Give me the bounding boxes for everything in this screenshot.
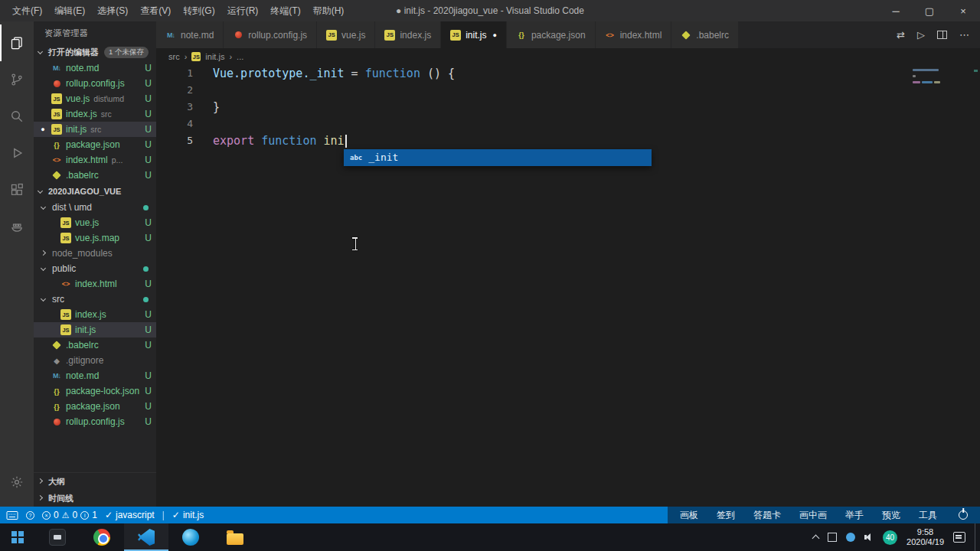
check-icon: ✓ [105,510,113,520]
tray-badge-40[interactable]: 40 [883,530,897,545]
tray-icon[interactable] [846,533,855,542]
tab-package-json[interactable]: package.json [507,21,596,48]
hidden-icons-chevron[interactable] [812,535,820,543]
toolbar-tools[interactable]: 工具 [919,509,937,522]
settings-gear-icon[interactable] [0,464,34,500]
code-line-current[interactable]: 5 export function ini [156,132,980,149]
open-editor-index-js[interactable]: index.js src U [34,106,156,122]
code-line[interactable]: 2 [156,82,980,99]
tree-file-package-json[interactable]: package.json U [34,399,156,414]
open-editor-rollup-config[interactable]: rollup.config.js U [34,76,156,91]
tree-file-index-js[interactable]: index.js U [34,307,156,322]
open-editor-index-html[interactable]: index.html p... U [34,152,156,168]
tree-folder-public[interactable]: public [34,261,156,276]
workspace-root-header[interactable]: 2020JIAGOU_VUE [34,183,156,200]
breadcrumb-init-js[interactable]: init.js [205,52,224,61]
open-editor-babelrc[interactable]: .babelrc U [34,168,156,183]
run-code-icon[interactable]: ▷ [917,29,925,41]
code-line[interactable]: 3 } [156,99,980,116]
breadcrumb-src[interactable]: src [168,52,180,61]
power-icon[interactable] [959,510,968,520]
help-icon[interactable]: ? [26,507,34,523]
taskbar-app-dark[interactable] [35,523,80,551]
tab-note-md[interactable]: note.md [156,21,224,48]
menu-file[interactable]: 文件(F) [6,0,48,21]
code-line[interactable]: 4 [156,116,980,132]
tree-folder-src[interactable]: src [34,292,156,307]
split-editor-icon[interactable] [937,31,947,39]
outline-section-header[interactable]: 大纲 [34,473,156,490]
menu-help[interactable]: 帮助(H) [307,0,351,21]
menu-selection[interactable]: 选择(S) [91,0,134,21]
source-control-icon[interactable] [0,61,34,98]
run-debug-icon[interactable] [0,135,34,171]
active-file-indicator[interactable]: ✓ init.js [172,507,204,523]
timeline-section-header[interactable]: 时间线 [34,490,156,507]
minimap[interactable] [913,67,966,98]
tree-file-init-js[interactable]: init.js U [34,322,156,337]
toolbar-whiteboard[interactable]: 画板 [680,509,698,522]
taskbar-edge[interactable] [168,523,213,551]
action-center-icon[interactable] [953,532,965,543]
tree-file-rollup-config[interactable]: rollup.config.js U [34,414,156,429]
extensions-icon[interactable] [0,171,34,208]
menu-run[interactable]: 运行(R) [221,0,265,21]
toolbar-answer-card[interactable]: 答题卡 [753,509,781,522]
menu-edit[interactable]: 编辑(E) [48,0,91,21]
explorer-icon[interactable] [0,24,34,61]
open-editor-vue-js[interactable]: vue.js dist\umd U [34,91,156,106]
tab-babelrc[interactable]: .babelrc [671,21,739,48]
tree-file-index-html[interactable]: index.html U [34,276,156,292]
menu-go[interactable]: 转到(G) [177,0,220,21]
tree-folder-dist-umd[interactable]: dist \ umd [34,200,156,215]
tree-file-vue-js[interactable]: vue.js U [34,215,156,230]
tab-vue-js[interactable]: vue.js [317,21,375,48]
minimize-button[interactable]: ─ [879,0,913,21]
suggest-item-init[interactable]: abc _init [344,149,652,166]
open-editors-header[interactable]: 打开的编辑器 1 个未保存 [34,44,156,60]
word-suggestion-icon: abc [350,149,362,166]
overlay-toolbar: 画板 签到 答题卡 画中画 举手 预览 工具 [668,507,980,523]
tree-folder-node-modules[interactable]: node_modules [34,246,156,261]
open-editor-init-js[interactable]: ● init.js src U [34,122,156,137]
docker-icon[interactable] [0,208,34,245]
close-button[interactable]: × [946,0,980,21]
tree-file-note-md[interactable]: note.md U [34,368,156,383]
keyboard-icon[interactable] [6,507,18,523]
menu-terminal[interactable]: 终端(T) [264,0,306,21]
tab-init-js[interactable]: init.js ● [441,21,507,48]
tree-file-gitignore[interactable]: .gitignore [34,353,156,368]
problems-indicator[interactable]: × 0 ⚠ 0 i 1 [42,507,97,523]
compare-changes-icon[interactable]: ⇄ [897,29,905,41]
toolbar-pip[interactable]: 画中画 [799,509,827,522]
maximize-button[interactable]: ▢ [913,0,946,21]
code-line[interactable]: 1 Vue.prototype._init = function () { [156,65,980,82]
volume-icon[interactable] [864,533,874,542]
taskbar-clock[interactable]: 9:58 2020/4/19 [906,527,944,547]
taskbar-file-explorer[interactable] [213,523,257,551]
breadcrumb-symbol[interactable]: ... [237,52,243,61]
dirty-dot: ● [38,126,47,133]
tree-file-package-lock[interactable]: package-lock.json U [34,383,156,399]
toolbar-signin[interactable]: 签到 [717,509,735,522]
toolbar-raise-hand[interactable]: 举手 [845,509,864,522]
dirty-dot[interactable]: ● [492,31,496,39]
search-icon[interactable] [0,98,34,135]
open-editor-package-json[interactable]: package.json U [34,137,156,152]
more-actions-icon[interactable]: ⋯ [959,29,969,41]
menu-view[interactable]: 查看(V) [134,0,177,21]
code-editor[interactable]: 1 Vue.prototype._init = function () { 2 … [156,65,980,507]
tab-index-html[interactable]: index.html [596,21,672,48]
tree-file-babelrc[interactable]: .babelrc U [34,337,156,353]
tab-index-js[interactable]: index.js [375,21,441,48]
show-desktop-button[interactable] [975,523,978,551]
open-editor-note-md[interactable]: note.md U [34,60,156,76]
tab-rollup-config[interactable]: rollup.config.js [224,21,317,48]
start-button[interactable] [0,523,35,551]
tray-icon[interactable] [828,533,837,542]
taskbar-chrome[interactable] [80,523,124,551]
tree-file-vue-js-map[interactable]: vue.js.map U [34,230,156,246]
language-indicator[interactable]: ✓ javascript [105,507,155,523]
toolbar-preview[interactable]: 预览 [882,509,900,522]
taskbar-vscode[interactable] [124,523,168,551]
